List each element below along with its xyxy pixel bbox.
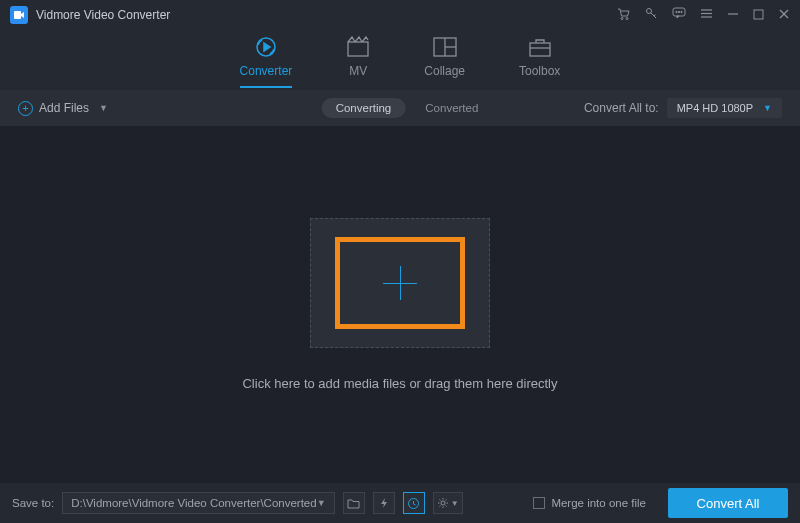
main-area: Click here to add media files or drag th… bbox=[0, 126, 800, 483]
close-icon[interactable] bbox=[778, 8, 790, 23]
highlight-box bbox=[335, 237, 465, 329]
chevron-down-icon: ▼ bbox=[99, 103, 108, 113]
save-path-value: D:\Vidmore\Vidmore Video Converter\Conve… bbox=[71, 497, 316, 509]
cart-icon[interactable] bbox=[617, 7, 631, 24]
minimize-icon[interactable] bbox=[727, 8, 739, 23]
chevron-down-icon: ▼ bbox=[451, 499, 459, 508]
converting-tab[interactable]: Converting bbox=[322, 98, 406, 118]
plus-icon bbox=[383, 266, 417, 300]
svg-point-7 bbox=[681, 11, 682, 12]
plus-circle-icon: + bbox=[18, 101, 33, 116]
tab-label: Converter bbox=[240, 64, 293, 78]
add-media-dropzone[interactable] bbox=[310, 218, 490, 348]
maximize-icon[interactable] bbox=[753, 8, 764, 23]
app-title: Vidmore Video Converter bbox=[36, 8, 170, 22]
svg-rect-0 bbox=[14, 11, 21, 19]
bottom-bar: Save to: D:\Vidmore\Vidmore Video Conver… bbox=[0, 483, 800, 523]
menu-icon[interactable] bbox=[700, 7, 713, 23]
convert-all-button[interactable]: Convert All bbox=[668, 488, 788, 518]
checkbox-icon bbox=[533, 497, 545, 509]
merge-label: Merge into one file bbox=[551, 497, 646, 509]
hardware-accel-button[interactable] bbox=[373, 492, 395, 514]
app-logo bbox=[10, 6, 28, 24]
svg-rect-20 bbox=[530, 43, 550, 56]
open-folder-button[interactable] bbox=[343, 492, 365, 514]
feedback-icon[interactable] bbox=[672, 7, 686, 23]
tab-label: MV bbox=[349, 64, 367, 78]
tab-label: Toolbox bbox=[519, 64, 560, 78]
output-format-select[interactable]: MP4 HD 1080P ▼ bbox=[667, 98, 782, 118]
convert-all-to-label: Convert All to: bbox=[584, 101, 659, 115]
tab-label: Collage bbox=[424, 64, 465, 78]
chevron-down-icon: ▼ bbox=[763, 103, 772, 113]
svg-point-5 bbox=[676, 11, 677, 12]
selected-format: MP4 HD 1080P bbox=[677, 102, 753, 114]
tab-mv[interactable]: MV bbox=[346, 36, 370, 88]
converter-icon bbox=[254, 36, 278, 58]
high-speed-button[interactable] bbox=[403, 492, 425, 514]
merge-checkbox[interactable]: Merge into one file bbox=[533, 497, 646, 509]
titlebar-controls bbox=[617, 7, 790, 24]
svg-point-2 bbox=[626, 17, 628, 19]
svg-rect-12 bbox=[754, 10, 763, 19]
svg-point-1 bbox=[621, 17, 623, 19]
titlebar: Vidmore Video Converter bbox=[0, 0, 800, 30]
secondary-bar: + Add Files ▼ Converting Converted Conve… bbox=[0, 90, 800, 126]
converted-tab[interactable]: Converted bbox=[425, 102, 478, 114]
svg-rect-16 bbox=[348, 42, 368, 56]
top-nav: Converter MV Collage Toolbox bbox=[0, 30, 800, 90]
tab-collage[interactable]: Collage bbox=[424, 36, 465, 88]
add-files-label: Add Files bbox=[39, 101, 89, 115]
key-icon[interactable] bbox=[645, 7, 658, 23]
mv-icon bbox=[346, 36, 370, 58]
add-files-button[interactable]: + Add Files ▼ bbox=[18, 101, 108, 116]
settings-button[interactable]: ▼ bbox=[433, 492, 463, 514]
save-to-label: Save to: bbox=[12, 497, 54, 509]
toolbox-icon bbox=[528, 36, 552, 58]
chevron-down-icon: ▼ bbox=[317, 498, 326, 508]
svg-point-23 bbox=[441, 501, 445, 505]
svg-point-6 bbox=[678, 11, 679, 12]
tab-converter[interactable]: Converter bbox=[240, 36, 293, 88]
dropzone-hint: Click here to add media files or drag th… bbox=[242, 376, 557, 391]
collage-icon bbox=[433, 36, 457, 58]
tab-toolbox[interactable]: Toolbox bbox=[519, 36, 560, 88]
save-path-select[interactable]: D:\Vidmore\Vidmore Video Converter\Conve… bbox=[62, 492, 334, 514]
